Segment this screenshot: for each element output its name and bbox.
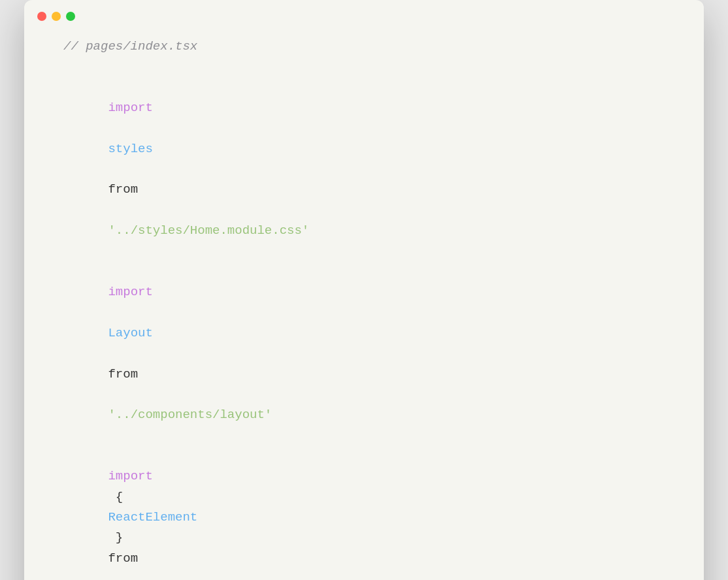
empty-line-1 (63, 57, 665, 77)
import-path-2: '../components/layout' (108, 408, 272, 422)
code-editor: // pages/index.tsx import styles from '.… (24, 30, 704, 580)
code-window: // pages/index.tsx import styles from '.… (24, 0, 704, 580)
space: } (108, 530, 130, 545)
import-path-1: '../styles/Home.module.css' (108, 223, 309, 238)
from-kw-1: from (108, 182, 138, 197)
space: { (108, 490, 130, 504)
space (108, 387, 115, 402)
import-line-1: import styles from '../styles/Home.modul… (63, 78, 665, 262)
import-name-layout: Layout (108, 326, 152, 340)
keyword-import-1: import (108, 101, 152, 115)
space (108, 162, 115, 176)
space (108, 203, 115, 218)
import-name-styles: styles (108, 142, 152, 156)
space (108, 305, 115, 319)
space (108, 572, 115, 580)
keyword-import-3: import (108, 469, 152, 483)
comment-line: // pages/index.tsx (63, 37, 665, 57)
space (108, 346, 115, 361)
import-name-reactelement: ReactElement (108, 510, 197, 524)
title-bar (24, 0, 704, 30)
space (108, 121, 115, 135)
maximize-button[interactable] (66, 12, 75, 21)
import-line-2: import Layout from '../components/layout… (63, 262, 665, 446)
close-button[interactable] (37, 12, 46, 21)
from-kw-3: from (108, 551, 138, 566)
minimize-button[interactable] (52, 12, 61, 21)
import-line-3: import { ReactElement } from 'react' (63, 446, 665, 580)
from-kw-2: from (108, 367, 138, 381)
keyword-import-2: import (108, 285, 152, 299)
